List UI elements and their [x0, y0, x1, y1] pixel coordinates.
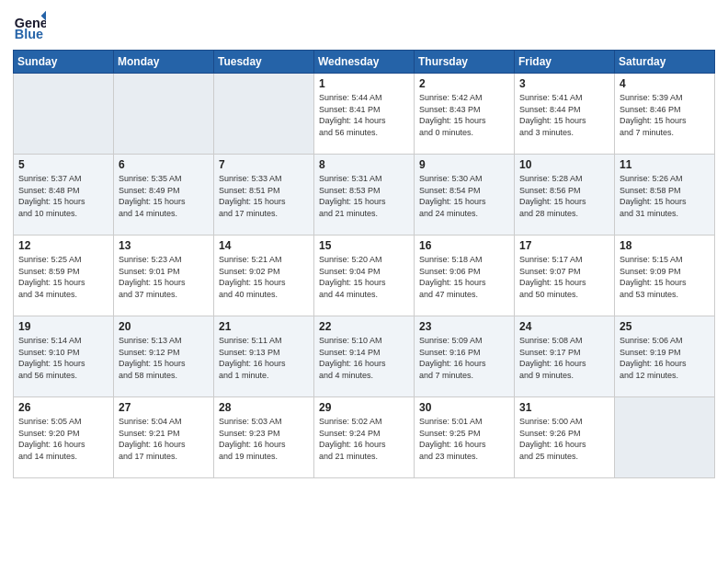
week-row-3: 12Sunrise: 5:25 AM Sunset: 8:59 PM Dayli…	[14, 236, 715, 316]
day-cell: 23Sunrise: 5:09 AM Sunset: 9:16 PM Dayli…	[415, 316, 515, 397]
weekday-header-thursday: Thursday	[415, 51, 515, 74]
day-cell: 14Sunrise: 5:21 AM Sunset: 9:02 PM Dayli…	[214, 236, 314, 316]
day-cell	[114, 74, 214, 155]
day-cell: 4Sunrise: 5:39 AM Sunset: 8:46 PM Daylig…	[615, 74, 715, 155]
day-cell	[14, 74, 114, 155]
weekday-header-saturday: Saturday	[615, 51, 715, 74]
header: General Blue	[13, 9, 715, 42]
day-number: 24	[519, 320, 609, 333]
day-cell: 1Sunrise: 5:44 AM Sunset: 8:41 PM Daylig…	[314, 74, 415, 155]
day-cell: 12Sunrise: 5:25 AM Sunset: 8:59 PM Dayli…	[14, 236, 114, 316]
day-cell: 26Sunrise: 5:05 AM Sunset: 9:20 PM Dayli…	[14, 397, 114, 478]
day-cell: 11Sunrise: 5:26 AM Sunset: 8:58 PM Dayli…	[615, 155, 715, 236]
day-info: Sunrise: 5:10 AM Sunset: 9:14 PM Dayligh…	[319, 335, 409, 381]
weekday-header-monday: Monday	[114, 51, 214, 74]
day-cell: 9Sunrise: 5:30 AM Sunset: 8:54 PM Daylig…	[415, 155, 515, 236]
weekday-header-wednesday: Wednesday	[314, 51, 415, 74]
day-cell: 22Sunrise: 5:10 AM Sunset: 9:14 PM Dayli…	[314, 316, 415, 397]
day-number: 16	[419, 239, 509, 252]
day-number: 22	[319, 320, 409, 333]
day-number: 8	[319, 158, 409, 171]
day-number: 4	[620, 77, 710, 90]
day-number: 1	[319, 77, 409, 90]
day-number: 9	[419, 158, 509, 171]
day-cell: 8Sunrise: 5:31 AM Sunset: 8:53 PM Daylig…	[314, 155, 415, 236]
day-cell: 21Sunrise: 5:11 AM Sunset: 9:13 PM Dayli…	[214, 316, 314, 397]
day-cell: 7Sunrise: 5:33 AM Sunset: 8:51 PM Daylig…	[214, 155, 314, 236]
day-info: Sunrise: 5:26 AM Sunset: 8:58 PM Dayligh…	[620, 173, 710, 219]
day-info: Sunrise: 5:44 AM Sunset: 8:41 PM Dayligh…	[319, 92, 409, 138]
day-info: Sunrise: 5:31 AM Sunset: 8:53 PM Dayligh…	[319, 173, 409, 219]
day-info: Sunrise: 5:21 AM Sunset: 9:02 PM Dayligh…	[219, 254, 309, 300]
day-info: Sunrise: 5:01 AM Sunset: 9:25 PM Dayligh…	[419, 416, 509, 462]
day-cell: 28Sunrise: 5:03 AM Sunset: 9:23 PM Dayli…	[214, 397, 314, 478]
day-cell: 25Sunrise: 5:06 AM Sunset: 9:19 PM Dayli…	[615, 316, 715, 397]
calendar-container: General Blue SundayMondayTuesdayWednesda…	[0, 0, 728, 488]
day-number: 7	[219, 158, 309, 171]
day-cell: 3Sunrise: 5:41 AM Sunset: 8:44 PM Daylig…	[515, 74, 615, 155]
day-info: Sunrise: 5:08 AM Sunset: 9:17 PM Dayligh…	[519, 335, 609, 381]
day-number: 29	[319, 401, 409, 414]
day-number: 25	[620, 320, 710, 333]
week-row-2: 5Sunrise: 5:37 AM Sunset: 8:48 PM Daylig…	[14, 155, 715, 236]
day-cell: 15Sunrise: 5:20 AM Sunset: 9:04 PM Dayli…	[314, 236, 415, 316]
day-number: 12	[18, 239, 108, 252]
week-row-1: 1Sunrise: 5:44 AM Sunset: 8:41 PM Daylig…	[14, 74, 715, 155]
day-number: 30	[419, 401, 509, 414]
day-number: 18	[620, 239, 710, 252]
day-info: Sunrise: 5:17 AM Sunset: 9:07 PM Dayligh…	[519, 254, 609, 300]
day-number: 2	[419, 77, 509, 90]
svg-text:Blue: Blue	[15, 27, 43, 41]
logo: General Blue	[13, 9, 50, 42]
day-info: Sunrise: 5:25 AM Sunset: 8:59 PM Dayligh…	[18, 254, 108, 300]
day-cell: 31Sunrise: 5:00 AM Sunset: 9:26 PM Dayli…	[515, 397, 615, 478]
day-cell: 5Sunrise: 5:37 AM Sunset: 8:48 PM Daylig…	[14, 155, 114, 236]
calendar-body: 1Sunrise: 5:44 AM Sunset: 8:41 PM Daylig…	[14, 74, 715, 478]
day-cell	[615, 397, 715, 478]
day-number: 10	[519, 158, 609, 171]
day-info: Sunrise: 5:15 AM Sunset: 9:09 PM Dayligh…	[620, 254, 710, 300]
day-info: Sunrise: 5:37 AM Sunset: 8:48 PM Dayligh…	[18, 173, 108, 219]
calendar-table: SundayMondayTuesdayWednesdayThursdayFrid…	[13, 50, 715, 478]
day-info: Sunrise: 5:04 AM Sunset: 9:21 PM Dayligh…	[119, 416, 209, 462]
day-number: 19	[18, 320, 108, 333]
day-info: Sunrise: 5:13 AM Sunset: 9:12 PM Dayligh…	[119, 335, 209, 381]
day-number: 11	[620, 158, 710, 171]
day-cell: 18Sunrise: 5:15 AM Sunset: 9:09 PM Dayli…	[615, 236, 715, 316]
day-cell: 17Sunrise: 5:17 AM Sunset: 9:07 PM Dayli…	[515, 236, 615, 316]
weekday-header-sunday: Sunday	[14, 51, 114, 74]
day-cell	[214, 74, 314, 155]
day-cell: 13Sunrise: 5:23 AM Sunset: 9:01 PM Dayli…	[114, 236, 214, 316]
day-cell: 19Sunrise: 5:14 AM Sunset: 9:10 PM Dayli…	[14, 316, 114, 397]
day-number: 5	[18, 158, 108, 171]
calendar-header: SundayMondayTuesdayWednesdayThursdayFrid…	[14, 51, 715, 74]
day-number: 26	[18, 401, 108, 414]
day-info: Sunrise: 5:02 AM Sunset: 9:24 PM Dayligh…	[319, 416, 409, 462]
day-info: Sunrise: 5:30 AM Sunset: 8:54 PM Dayligh…	[419, 173, 509, 219]
weekday-header-friday: Friday	[515, 51, 615, 74]
day-cell: 29Sunrise: 5:02 AM Sunset: 9:24 PM Dayli…	[314, 397, 415, 478]
day-info: Sunrise: 5:41 AM Sunset: 8:44 PM Dayligh…	[519, 92, 609, 138]
day-number: 28	[219, 401, 309, 414]
day-info: Sunrise: 5:09 AM Sunset: 9:16 PM Dayligh…	[419, 335, 509, 381]
day-cell: 10Sunrise: 5:28 AM Sunset: 8:56 PM Dayli…	[515, 155, 615, 236]
day-number: 17	[519, 239, 609, 252]
day-cell: 27Sunrise: 5:04 AM Sunset: 9:21 PM Dayli…	[114, 397, 214, 478]
day-number: 21	[219, 320, 309, 333]
day-number: 6	[119, 158, 209, 171]
day-info: Sunrise: 5:11 AM Sunset: 9:13 PM Dayligh…	[219, 335, 309, 381]
day-info: Sunrise: 5:14 AM Sunset: 9:10 PM Dayligh…	[18, 335, 108, 381]
day-cell: 2Sunrise: 5:42 AM Sunset: 8:43 PM Daylig…	[415, 74, 515, 155]
day-info: Sunrise: 5:35 AM Sunset: 8:49 PM Dayligh…	[119, 173, 209, 219]
day-info: Sunrise: 5:42 AM Sunset: 8:43 PM Dayligh…	[419, 92, 509, 138]
weekday-header-row: SundayMondayTuesdayWednesdayThursdayFrid…	[14, 51, 715, 74]
week-row-4: 19Sunrise: 5:14 AM Sunset: 9:10 PM Dayli…	[14, 316, 715, 397]
day-number: 23	[419, 320, 509, 333]
day-cell: 6Sunrise: 5:35 AM Sunset: 8:49 PM Daylig…	[114, 155, 214, 236]
day-info: Sunrise: 5:06 AM Sunset: 9:19 PM Dayligh…	[620, 335, 710, 381]
day-info: Sunrise: 5:00 AM Sunset: 9:26 PM Dayligh…	[519, 416, 609, 462]
weekday-header-tuesday: Tuesday	[214, 51, 314, 74]
day-info: Sunrise: 5:23 AM Sunset: 9:01 PM Dayligh…	[119, 254, 209, 300]
day-number: 27	[119, 401, 209, 414]
day-number: 20	[119, 320, 209, 333]
